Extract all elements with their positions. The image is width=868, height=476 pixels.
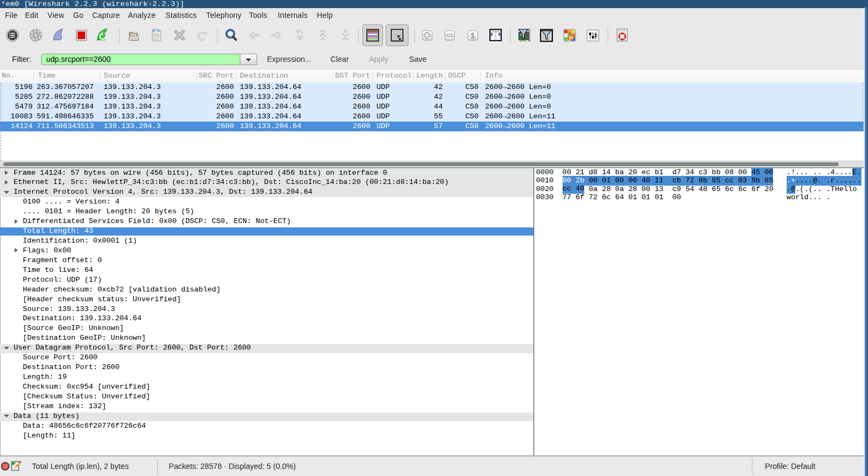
svg-text:1: 1: [471, 31, 475, 40]
svg-text:0111: 0111: [154, 38, 160, 41]
